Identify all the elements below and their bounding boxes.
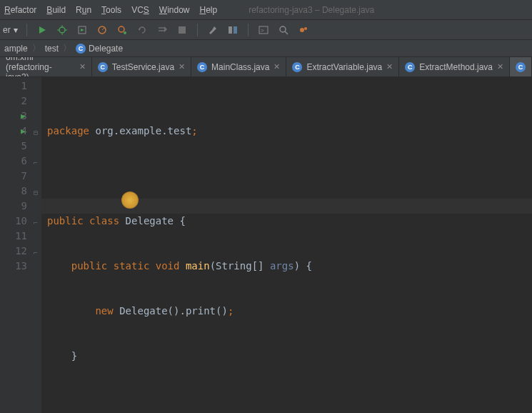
code-area[interactable]: package org.example.test; public class D… bbox=[41, 77, 532, 413]
line-number: 1 bbox=[0, 79, 27, 94]
coverage-icon[interactable] bbox=[76, 24, 89, 36]
line-number: 11 bbox=[0, 229, 27, 244]
svg-point-21 bbox=[280, 26, 286, 32]
current-line-highlight bbox=[41, 199, 532, 214]
line-number: 7 bbox=[0, 169, 27, 184]
profile-icon[interactable] bbox=[96, 24, 109, 36]
menu-vcs[interactable]: VCS bbox=[131, 5, 149, 15]
toolbar: er ▾ > bbox=[0, 20, 532, 40]
line-number: 10 bbox=[0, 214, 27, 229]
line-number: 12 bbox=[0, 244, 27, 259]
svg-point-23 bbox=[300, 28, 304, 32]
editor-tab[interactable]: CMainClass.java✕ bbox=[191, 57, 286, 76]
svg-text:>: > bbox=[261, 27, 264, 34]
close-icon[interactable]: ✕ bbox=[386, 62, 393, 71]
line-number: 2 bbox=[0, 94, 27, 109]
line-number: 9 bbox=[0, 199, 27, 214]
svg-marker-7 bbox=[81, 29, 84, 31]
breadcrumb: ample 〉 test 〉 CDelegate bbox=[0, 40, 532, 57]
breadcrumb-item[interactable]: ample bbox=[4, 44, 28, 54]
line-number: 8 bbox=[0, 184, 27, 199]
fold-close-icon[interactable]: ⌐ bbox=[34, 245, 38, 260]
chevron-right-icon: 〉 bbox=[63, 42, 71, 54]
svg-point-1 bbox=[59, 27, 65, 33]
class-icon: C bbox=[98, 62, 108, 72]
editor-tab[interactable]: CExtractVariable.java✕ bbox=[286, 57, 399, 76]
mouse-cursor-highlight bbox=[121, 191, 139, 209]
chevron-down-icon: ▾ bbox=[14, 25, 18, 35]
chevron-right-icon: 〉 bbox=[32, 42, 41, 54]
run-icon[interactable] bbox=[36, 24, 49, 36]
editor-tab[interactable]: CTestService.java✕ bbox=[92, 57, 191, 76]
svg-rect-16 bbox=[179, 26, 186, 34]
run-config-label: er bbox=[3, 25, 11, 35]
menubar: Refactor Build Run Tools VCS Window Help… bbox=[0, 0, 532, 20]
run-gutter-icon[interactable]: ▶ bbox=[21, 109, 26, 124]
line-number: 6 bbox=[0, 154, 27, 169]
menu-tools[interactable]: Tools bbox=[101, 5, 121, 15]
menu-window[interactable]: Window bbox=[159, 5, 190, 15]
editor-tabs: om.xml (refactoring-java3)✕ CTestService… bbox=[0, 57, 532, 77]
separator bbox=[197, 24, 198, 36]
blob-icon[interactable] bbox=[297, 24, 310, 36]
line-number: 5 bbox=[0, 139, 27, 154]
editor-tab[interactable]: om.xml (refactoring-java3)✕ bbox=[0, 57, 92, 76]
menu-refactor[interactable]: Refactor bbox=[4, 5, 36, 15]
svg-line-22 bbox=[285, 31, 288, 34]
run-config-selector[interactable]: er ▾ bbox=[3, 25, 18, 35]
svg-rect-18 bbox=[234, 26, 237, 34]
svg-point-10 bbox=[119, 26, 124, 32]
svg-marker-15 bbox=[164, 26, 167, 32]
line-number: 13 bbox=[0, 259, 27, 274]
line-number-gutter: ▶ ▶ 12345678910111213 bbox=[0, 77, 31, 413]
class-icon: C bbox=[76, 44, 86, 54]
step-icon[interactable] bbox=[156, 24, 169, 36]
fold-close-icon[interactable]: ⌐ bbox=[34, 215, 38, 230]
close-icon[interactable]: ✕ bbox=[497, 62, 503, 71]
svg-rect-17 bbox=[229, 26, 232, 34]
svg-point-24 bbox=[304, 27, 307, 30]
fold-close-icon[interactable]: ⌐ bbox=[34, 155, 38, 170]
menu-build[interactable]: Build bbox=[46, 5, 66, 15]
separator bbox=[248, 24, 249, 36]
fold-minus-icon[interactable]: ⊟ bbox=[34, 185, 38, 200]
search-icon[interactable] bbox=[277, 24, 290, 36]
editor-tab-overflow[interactable]: C bbox=[510, 57, 532, 76]
menu-help[interactable]: Help bbox=[200, 5, 218, 15]
wrench-icon[interactable] bbox=[206, 24, 219, 36]
stop-icon[interactable] bbox=[176, 24, 189, 36]
close-icon[interactable]: ✕ bbox=[79, 62, 86, 71]
window-title: refactoring-java3 – Delegate.java bbox=[249, 5, 374, 15]
fold-minus-icon[interactable]: ⊟ bbox=[34, 125, 38, 140]
update-icon[interactable] bbox=[136, 24, 149, 36]
run-gutter-icon[interactable]: ▶ bbox=[21, 124, 26, 139]
editor-tab[interactable]: CExtractMethod.java✕ bbox=[399, 57, 510, 76]
layout-icon[interactable] bbox=[226, 24, 239, 36]
menu-run[interactable]: Run bbox=[76, 5, 91, 15]
code-editor[interactable]: ▶ ▶ 12345678910111213 ⊟ ⌐ ⊟ ⌐ ⌐ package … bbox=[0, 77, 532, 413]
separator bbox=[26, 24, 27, 36]
svg-marker-0 bbox=[39, 26, 46, 34]
class-icon: C bbox=[516, 62, 526, 72]
class-icon: C bbox=[405, 62, 415, 72]
terminal-icon[interactable]: > bbox=[257, 24, 270, 36]
class-icon: C bbox=[292, 62, 302, 72]
fold-gutter: ⊟ ⌐ ⊟ ⌐ ⌐ bbox=[31, 77, 41, 413]
close-icon[interactable]: ✕ bbox=[273, 62, 280, 71]
class-icon: C bbox=[197, 62, 207, 72]
svg-line-9 bbox=[102, 28, 104, 30]
breadcrumb-item[interactable]: test bbox=[45, 44, 59, 54]
svg-point-11 bbox=[124, 31, 126, 34]
debug-icon[interactable] bbox=[56, 24, 69, 36]
breadcrumb-item[interactable]: CDelegate bbox=[76, 44, 123, 54]
profile-attach-icon[interactable] bbox=[116, 24, 129, 36]
close-icon[interactable]: ✕ bbox=[179, 62, 185, 71]
